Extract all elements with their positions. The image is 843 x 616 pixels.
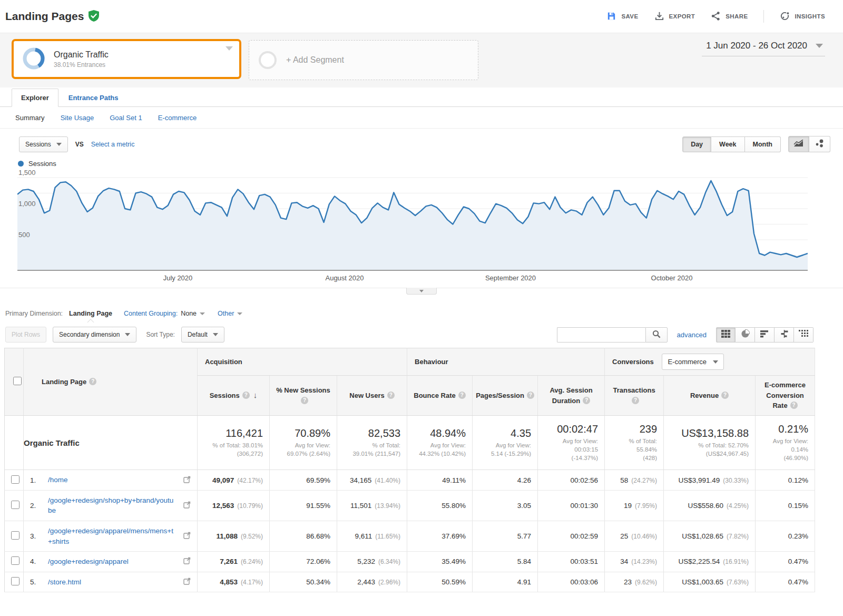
x-axis-tick: September 2020 (485, 274, 536, 282)
cell-bounce-rate: 55.80% (407, 490, 473, 521)
open-page-external-link-icon[interactable] (179, 501, 191, 510)
cell-revenue: US$1,003.65(7.63%) (664, 572, 756, 592)
line-chart-toggle-button[interactable] (788, 136, 809, 152)
select-metric-link[interactable]: Select a metric (91, 141, 135, 148)
table-toolbar: Plot Rows Secondary dimension Sort Type:… (0, 324, 843, 348)
select-all-checkbox[interactable] (13, 377, 22, 385)
row-checkbox[interactable] (11, 577, 19, 585)
table-view-button[interactable] (716, 327, 736, 343)
open-page-external-link-icon[interactable] (179, 476, 191, 485)
dimension-content-grouping[interactable]: Content Grouping: None (124, 310, 205, 317)
insights-button[interactable]: INSIGHTS (780, 11, 825, 22)
row-checkbox[interactable] (11, 475, 19, 484)
help-icon[interactable]: ? (583, 397, 590, 404)
open-page-external-link-icon[interactable] (179, 557, 191, 566)
cell-new-users: 11,501(13.94%) (337, 490, 407, 521)
cell-session-duration: 00:03:06 (538, 572, 605, 592)
column-header-bounce-rate[interactable]: Bounce Rate? (407, 376, 473, 416)
share-button[interactable]: SHARE (711, 11, 748, 22)
add-segment-circle-icon (259, 51, 277, 69)
view-toggles (716, 327, 813, 343)
plot-rows-button[interactable]: Plot Rows (5, 327, 46, 343)
column-header-new-users[interactable]: New Users? (337, 376, 407, 416)
subnav-goal-set-1[interactable]: Goal Set 1 (110, 114, 142, 122)
granularity-week[interactable]: Week (711, 136, 744, 152)
cell-bounce-rate: 37.69% (407, 521, 473, 551)
help-icon[interactable]: ? (458, 392, 466, 399)
column-header-session-duration[interactable]: Avg. Session Duration? (538, 376, 605, 416)
y-axis-tick: 1,000 (18, 200, 36, 208)
sessions-chart[interactable]: 1,500 1,000 500 (17, 175, 808, 271)
chart-type-toggle (788, 136, 830, 152)
conversions-goal-selector[interactable]: E-commerce (662, 354, 724, 370)
add-segment-button[interactable]: + Add Segment (249, 40, 478, 80)
tab-entrance-paths[interactable]: Entrance Paths (58, 89, 129, 106)
subnav-site-usage[interactable]: Site Usage (61, 114, 94, 122)
insights-icon (780, 11, 790, 22)
pivot-view-button[interactable] (794, 327, 813, 343)
landing-page-link[interactable]: /store.html (48, 577, 81, 588)
add-segment-label: + Add Segment (286, 55, 344, 65)
column-header-pages-session[interactable]: Pages/Session? (473, 376, 538, 416)
column-header-sessions[interactable]: Sessions?↓ (198, 376, 270, 416)
column-header-ecommerce-conversion-rate[interactable]: E-commerce Conversion Rate? (756, 376, 815, 416)
cell-transactions: 23(9.62%) (605, 572, 664, 592)
landing-page-link[interactable]: /home (48, 475, 68, 485)
date-range-picker[interactable]: 1 Jun 2020 - 26 Oct 2020 (702, 40, 825, 56)
search-button[interactable] (645, 327, 668, 343)
summary-sessions: 116,421% of Total: 38.01% (306,272) (198, 416, 270, 470)
landing-page-link[interactable]: /google+redesign/shop+by+brand/youtube (48, 495, 177, 516)
help-icon[interactable]: ? (301, 397, 308, 404)
tab-explorer[interactable]: Explorer (12, 89, 58, 107)
open-page-external-link-icon[interactable] (179, 578, 191, 586)
chevron-down-icon (200, 312, 205, 315)
advanced-search-link[interactable]: advanced (677, 331, 707, 339)
help-icon[interactable]: ? (527, 392, 534, 399)
comparison-view-button[interactable] (775, 327, 794, 343)
help-icon[interactable]: ? (242, 392, 250, 399)
share-icon (711, 11, 721, 22)
help-icon[interactable]: ? (89, 378, 96, 385)
row-index: 2. (30, 502, 46, 510)
help-icon[interactable]: ? (632, 397, 639, 404)
chevron-down-icon[interactable] (226, 46, 233, 51)
table-row: 2./google+redesign/shop+by+brand/youtube… (5, 490, 815, 521)
landing-page-link[interactable]: /google+redesign/apparel/mens/mens+t+shi… (48, 526, 177, 546)
sort-type-selector[interactable]: Default (181, 327, 224, 343)
row-checkbox[interactable] (11, 501, 19, 509)
performance-view-button[interactable] (755, 327, 775, 343)
segment-card-organic-traffic[interactable]: Organic Traffic 38.01% Entrances (12, 39, 241, 79)
dimension-landing-page[interactable]: Landing Page (69, 310, 112, 317)
pivot-columns-icon (799, 330, 808, 339)
export-button[interactable]: EXPORT (654, 11, 695, 22)
column-header-transactions[interactable]: Transactions? (605, 376, 664, 416)
column-header-revenue[interactable]: Revenue? (664, 376, 756, 416)
pie-chart-icon (741, 329, 750, 340)
percentage-view-button[interactable] (736, 327, 755, 343)
summary-revenue: US$13,158.88% of Total: 52.70% (US$24,96… (664, 416, 756, 470)
granularity-day[interactable]: Day (682, 136, 711, 152)
landing-page-link[interactable]: /google+redesign/apparel (48, 556, 129, 567)
cell-new-sessions: 50.34% (270, 572, 337, 592)
row-checkbox[interactable] (11, 531, 19, 540)
cell-revenue: US$2,225.54(16.91%) (664, 552, 756, 572)
subnav-summary[interactable]: Summary (15, 114, 45, 122)
metric-selector[interactable]: Sessions (19, 136, 68, 152)
row-checkbox[interactable] (11, 556, 19, 565)
help-icon[interactable]: ? (790, 402, 798, 409)
landing-page-column-header[interactable]: Landing Page? (24, 348, 198, 416)
save-button[interactable]: SAVE (606, 11, 638, 22)
secondary-dimension-button[interactable]: Secondary dimension (53, 327, 136, 343)
granularity-month[interactable]: Month (745, 136, 781, 152)
help-icon[interactable]: ? (721, 392, 729, 399)
dimension-other[interactable]: Other (218, 310, 242, 317)
motion-chart-toggle-button[interactable] (809, 136, 830, 152)
collapse-chart-button[interactable] (406, 288, 437, 295)
column-header-new-sessions[interactable]: % New Sessions? (270, 376, 337, 416)
open-page-external-link-icon[interactable] (179, 532, 191, 541)
table-search-input[interactable] (557, 327, 645, 343)
help-icon[interactable]: ? (387, 392, 395, 399)
vs-label: VS (75, 141, 84, 148)
subnav-ecommerce[interactable]: E-commerce (158, 114, 197, 122)
chevron-down-icon (713, 360, 718, 364)
